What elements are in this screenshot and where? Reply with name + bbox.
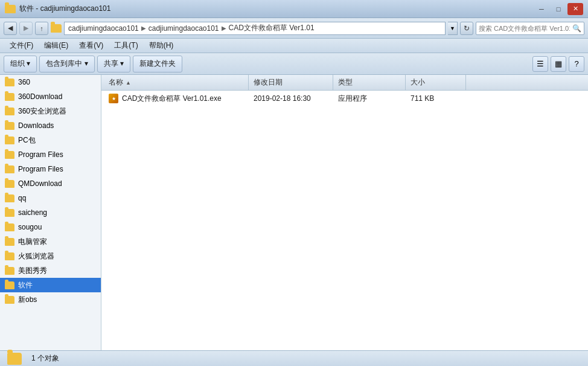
sidebar-item-13[interactable]: 美图秀秀 — [0, 263, 101, 278]
view-mode-button[interactable]: ☰ — [532, 56, 548, 72]
file-type: 应用程序 — [333, 94, 406, 104]
search-icon: 🔍 — [572, 24, 581, 33]
minimize-button[interactable]: ─ — [534, 3, 549, 15]
sidebar-item-label: 新obs — [18, 295, 37, 305]
help-button[interactable]: ? — [569, 56, 584, 72]
maximize-button[interactable]: □ — [551, 3, 566, 15]
sidebar-item-label: qq — [18, 194, 26, 202]
sidebar-item-2[interactable]: 360安全浏览器 — [0, 104, 101, 118]
file-date: 2019-02-18 16:30 — [249, 94, 333, 103]
menu-bar: 文件(F) 编辑(E) 查看(V) 工具(T) 帮助(H) — [0, 39, 588, 53]
folder-icon — [5, 267, 14, 275]
menu-edit[interactable]: 编辑(E) — [39, 39, 73, 52]
file-list: CAD文件救命稻草 Ver1.01.exe2019-02-18 16:30应用程… — [101, 91, 588, 350]
file-size: 711 KB — [406, 94, 466, 103]
sort-arrow-name: ▲ — [126, 80, 131, 86]
title-text: 软件 - cadjiumingdaocao101 — [19, 4, 110, 14]
folder-icon — [5, 194, 14, 202]
title-bar-left: 软件 - cadjiumingdaocao101 — [5, 4, 110, 14]
sidebar-item-15[interactable]: 新obs — [0, 292, 101, 307]
column-header: 名称 ▲ 修改日期 类型 大小 — [101, 75, 588, 91]
window-icon — [5, 5, 16, 13]
col-header-date[interactable]: 修改日期 — [249, 75, 333, 90]
sidebar-item-11[interactable]: 电脑管家 — [0, 234, 101, 249]
sidebar-item-label: Downloads — [18, 121, 54, 130]
library-button[interactable]: 包含到库中 ▾ — [39, 56, 94, 72]
folder-icon — [5, 122, 14, 130]
status-text: 1 个对象 — [31, 353, 59, 364]
menu-file[interactable]: 文件(F) — [5, 39, 38, 52]
sidebar-item-10[interactable]: sougou — [0, 220, 101, 234]
title-bar-controls: ─ □ ✕ — [534, 3, 583, 15]
menu-help[interactable]: 帮助(H) — [144, 39, 179, 52]
organize-button[interactable]: 组织 ▾ — [4, 56, 37, 72]
folder-icon — [5, 136, 14, 144]
search-box[interactable]: 🔍 — [476, 22, 584, 35]
sidebar: 360360Download360安全浏览器DownloadsPC包Progra… — [0, 75, 101, 350]
status-bar: 1 个对象 — [0, 350, 588, 366]
path-sep1: ▶ — [141, 25, 146, 31]
sidebar-item-3[interactable]: Downloads — [0, 118, 101, 133]
sidebar-item-4[interactable]: PC包 — [0, 133, 101, 147]
folder-icon — [5, 108, 14, 115]
sidebar-item-label: PC包 — [18, 135, 36, 146]
path-folder-icon — [51, 24, 62, 33]
refresh-button[interactable]: ↻ — [460, 22, 473, 35]
file-name: CAD文件救命稻草 Ver1.01.exe — [104, 94, 249, 104]
sidebar-item-label: 火狐浏览器 — [18, 251, 54, 262]
view-toggle-button[interactable]: ▦ — [551, 56, 566, 72]
sidebar-item-label: 软件 — [18, 280, 33, 291]
status-folder-icon — [7, 353, 22, 365]
folder-icon — [5, 151, 14, 159]
sidebar-item-9[interactable]: saicheng — [0, 205, 101, 220]
folder-icon — [5, 252, 14, 260]
sidebar-item-14[interactable]: 软件 — [0, 278, 101, 292]
sidebar-item-label: 电脑管家 — [18, 237, 47, 247]
path-part1: cadjiumingdaocao101 — [68, 24, 139, 33]
file-row-0[interactable]: CAD文件救命稻草 Ver1.01.exe2019-02-18 16:30应用程… — [101, 91, 588, 106]
folder-icon — [5, 79, 14, 86]
col-header-type[interactable]: 类型 — [333, 75, 406, 90]
toolbar-right: ☰ ▦ ? — [532, 56, 584, 72]
forward-button[interactable]: ▶ — [19, 22, 33, 35]
file-area: 名称 ▲ 修改日期 类型 大小 CAD文件救命稻草 Ver1.01.exe201… — [101, 75, 588, 350]
sidebar-item-label: 美图秀秀 — [18, 266, 47, 276]
back-button[interactable]: ◀ — [4, 22, 17, 35]
main-content: 360360Download360安全浏览器DownloadsPC包Progra… — [0, 75, 588, 350]
sidebar-item-label: sougou — [18, 223, 42, 231]
sidebar-item-7[interactable]: QMDownload — [0, 176, 101, 191]
search-input[interactable] — [479, 25, 570, 32]
sidebar-item-label: Program Files — [18, 165, 63, 173]
sidebar-item-label: QMDownload — [18, 179, 62, 188]
col-header-size[interactable]: 大小 — [406, 75, 466, 90]
sidebar-item-8[interactable]: qq — [0, 191, 101, 205]
folder-icon — [5, 209, 14, 217]
sidebar-item-5[interactable]: Program Files — [0, 147, 101, 162]
title-bar: 软件 - cadjiumingdaocao101 ─ □ ✕ — [0, 0, 588, 18]
folder-icon — [5, 238, 14, 246]
folder-icon — [5, 296, 14, 304]
toolbar: 组织 ▾ 包含到库中 ▾ 共享 ▾ 新建文件夹 ☰ ▦ ? — [0, 53, 588, 75]
new-folder-button[interactable]: 新建文件夹 — [133, 56, 182, 72]
sidebar-item-1[interactable]: 360Download — [0, 89, 101, 104]
folder-icon — [5, 93, 14, 101]
share-button[interactable]: 共享 ▾ — [97, 56, 130, 72]
address-bar: ◀ ▶ ↑ cadjiumingdaocao101 ▶ cadjiumingda… — [0, 18, 588, 39]
menu-view[interactable]: 查看(V) — [74, 39, 108, 52]
folder-icon — [5, 281, 14, 289]
folder-icon — [5, 165, 14, 173]
sidebar-item-label: 360安全浏览器 — [18, 106, 66, 117]
sidebar-item-12[interactable]: 火狐浏览器 — [0, 249, 101, 263]
folder-icon — [5, 180, 14, 188]
path-part2: cadjiumingdaocao101 — [149, 24, 219, 33]
address-path[interactable]: cadjiumingdaocao101 ▶ cadjiumingdaocao10… — [64, 22, 446, 35]
sidebar-item-6[interactable]: Program Files — [0, 162, 101, 176]
menu-tools[interactable]: 工具(T) — [109, 39, 142, 52]
sidebar-item-label: 360 — [18, 78, 30, 86]
sidebar-item-0[interactable]: 360 — [0, 75, 101, 89]
col-header-name[interactable]: 名称 ▲ — [104, 75, 249, 90]
up-button[interactable]: ↑ — [35, 22, 48, 35]
path-sep2: ▶ — [222, 25, 226, 31]
close-button[interactable]: ✕ — [567, 3, 583, 15]
path-dropdown-button[interactable]: ▼ — [448, 22, 458, 35]
